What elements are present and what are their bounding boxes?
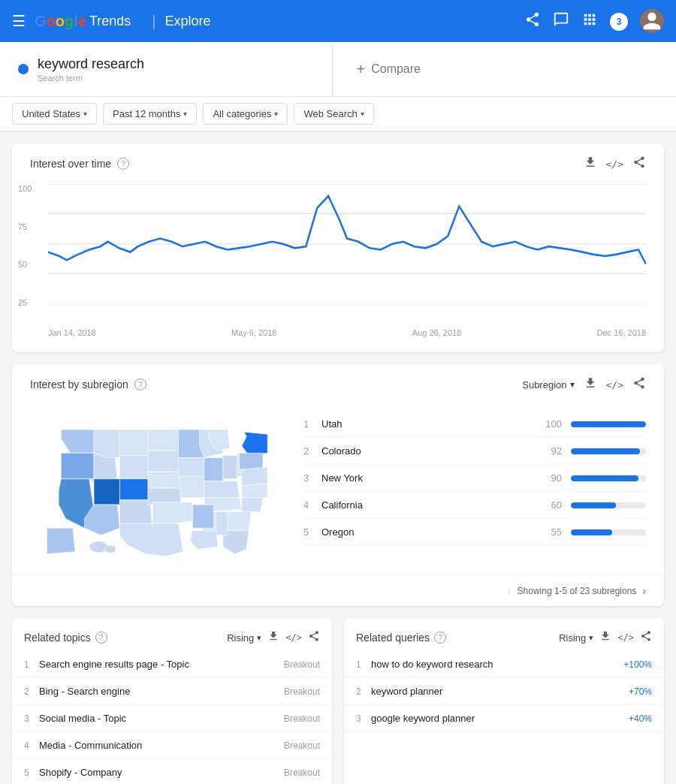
ranking-row: 2 Colorado 92: [303, 438, 646, 465]
related-row: Related topics ? Rising ▾ </>: [12, 618, 664, 784]
svg-marker-17: [148, 430, 179, 451]
search-dot: [18, 64, 29, 74]
us-map-area: [30, 411, 285, 563]
related-query-item: 1 how to do keyword research +100%: [344, 651, 664, 678]
related-topics-header: Related topics ? Rising ▾ </>: [12, 618, 332, 651]
related-topic-item: 5 Shopify - Company Breakout: [12, 759, 332, 784]
x-label-aug: Aug 26, 2018: [412, 328, 461, 337]
subregion-header: Interest by subregion ? Subregion ▾ </>: [12, 364, 664, 399]
rankings-area: 1 Utah 100 2 Colorado 92 3 New York 90: [303, 411, 646, 563]
subregion-footer: ‹ Showing 1-5 of 23 subregions ›: [12, 575, 664, 606]
rising-dropdown[interactable]: Rising ▾: [227, 632, 261, 644]
download-icon[interactable]: [599, 630, 611, 645]
svg-marker-33: [242, 467, 267, 486]
interest-over-time-header: Interest over time ? </>: [12, 143, 664, 178]
user-avatar[interactable]: [640, 9, 664, 33]
ranking-row: 4 California 60: [303, 492, 646, 519]
info-icon[interactable]: ?: [134, 378, 146, 390]
svg-marker-27: [223, 455, 237, 478]
share-icon[interactable]: [632, 376, 646, 393]
svg-marker-23: [179, 477, 207, 498]
us-map-svg: [30, 411, 270, 561]
svg-marker-7: [61, 453, 94, 478]
chart-area: 100 75 50 25: [12, 178, 664, 328]
download-icon[interactable]: [267, 630, 279, 645]
compare-plus-icon: +: [357, 61, 366, 78]
period-filter[interactable]: Past 12 months ▾: [103, 103, 197, 125]
embed-icon[interactable]: </>: [617, 632, 634, 643]
svg-marker-42: [152, 502, 192, 523]
share-icon[interactable]: [524, 11, 541, 32]
ranking-row: 1 Utah 100: [303, 411, 646, 438]
y-label-100: 100: [18, 184, 32, 193]
svg-marker-43: [119, 523, 183, 556]
chevron-down-icon: ▾: [257, 633, 261, 643]
subregion-dropdown[interactable]: Subregion ▾: [522, 379, 574, 390]
location-filter[interactable]: United States ▾: [12, 103, 97, 125]
header-divider: |: [152, 13, 155, 30]
share-icon[interactable]: [632, 155, 646, 172]
search-term-box[interactable]: keyword research Search term: [0, 44, 333, 95]
categories-filter[interactable]: All categories ▾: [203, 103, 288, 125]
x-label-jan: Jan 14, 2018: [48, 328, 96, 337]
embed-icon[interactable]: </>: [606, 379, 623, 390]
menu-icon[interactable]: ☰: [12, 12, 26, 30]
card-actions: </>: [584, 155, 646, 172]
svg-marker-44: [47, 528, 76, 553]
related-queries-card: Related queries ? Rising ▾ </>: [344, 618, 664, 784]
related-topic-item: 3 Social media - Topic Breakout: [12, 705, 332, 732]
chevron-down-icon: ▾: [274, 110, 278, 118]
related-topics-title: Related topics ?: [24, 632, 107, 644]
compare-box[interactable]: + Compare: [333, 49, 677, 90]
svg-marker-41: [192, 505, 213, 528]
download-icon[interactable]: [584, 155, 597, 172]
related-query-item: 2 keyword planner +70%: [344, 678, 664, 705]
main-header: ☰ Google Trends | Explore 3: [0, 0, 676, 42]
chart-svg: [48, 184, 646, 304]
y-axis-labels: 100 75 50 25: [18, 184, 32, 307]
related-topic-item: 1 Search engine results page - Topic Bre…: [12, 651, 332, 678]
svg-marker-31: [242, 432, 267, 455]
related-queries-header: Related queries ? Rising ▾ </>: [344, 618, 664, 651]
chevron-down-icon: ▾: [83, 110, 87, 118]
embed-icon[interactable]: </>: [606, 158, 623, 170]
next-arrow[interactable]: ›: [642, 585, 646, 597]
main-content: Interest over time ? </> 100 75 50 25: [0, 131, 676, 784]
rising-dropdown[interactable]: Rising ▾: [559, 632, 593, 644]
notification-badge[interactable]: 3: [610, 11, 628, 31]
share-icon[interactable]: [640, 630, 652, 645]
prev-arrow[interactable]: ‹: [508, 585, 512, 597]
svg-marker-34: [242, 484, 267, 498]
chevron-down-icon: ▾: [589, 633, 593, 643]
svg-marker-22: [179, 458, 204, 477]
embed-icon[interactable]: </>: [285, 632, 302, 643]
info-icon[interactable]: ?: [434, 632, 446, 644]
y-label-50: 50: [18, 260, 32, 269]
x-axis-labels: Jan 14, 2018 May 6, 2018 Aug 26, 2018 De…: [12, 328, 664, 346]
y-label-75: 75: [18, 222, 32, 231]
x-label-dec: Dec 16, 2018: [597, 328, 646, 337]
related-topic-item: 2 Bing - Search engine Breakout: [12, 678, 332, 705]
svg-marker-6: [61, 430, 94, 453]
share-icon[interactable]: [308, 630, 320, 645]
apps-icon[interactable]: [581, 11, 598, 32]
related-query-item: 3 google keyword planner +40%: [344, 705, 664, 732]
related-topics-actions: Rising ▾ </>: [227, 630, 320, 645]
svg-marker-36: [225, 511, 251, 530]
interest-over-time-card: Interest over time ? </> 100 75 50 25: [12, 143, 664, 352]
svg-marker-19: [148, 472, 181, 488]
interest-by-subregion-card: Interest by subregion ? Subregion ▾ </>: [12, 364, 664, 606]
header-explore-label: Explore: [164, 14, 210, 29]
related-queries-actions: Rising ▾ </>: [559, 630, 652, 645]
ranking-row: 5 Oregon 55: [303, 519, 646, 546]
search-type-filter[interactable]: Web Search ▾: [294, 103, 373, 125]
ranking-row: 3 New York 90: [303, 465, 646, 492]
x-label-may: May 6, 2018: [231, 328, 277, 337]
svg-point-46: [104, 545, 116, 553]
download-icon[interactable]: [584, 376, 597, 393]
feedback-icon[interactable]: [553, 11, 569, 32]
info-icon[interactable]: ?: [95, 632, 107, 644]
info-icon[interactable]: ?: [117, 158, 129, 170]
y-label-25: 25: [18, 298, 32, 307]
google-trends-logo: Google Trends: [35, 13, 131, 30]
